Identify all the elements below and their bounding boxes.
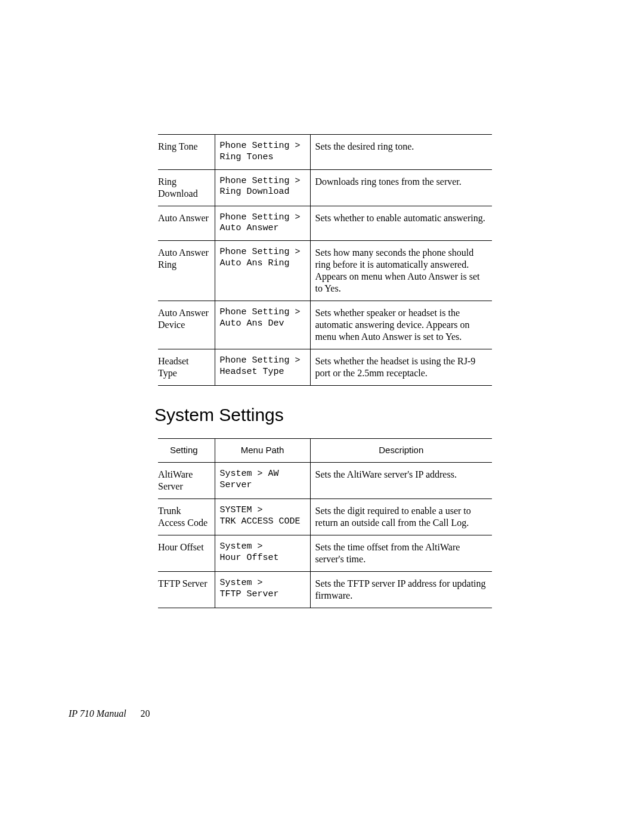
table-header-row: Setting Menu Path Description <box>158 439 492 463</box>
setting-cell: Auto Answer Ring <box>158 241 215 301</box>
table-row: Auto Answer Phone Setting > Auto Answer … <box>158 206 492 241</box>
path-cell: Phone Setting > Auto Answer <box>215 206 310 241</box>
path-cell: Phone Setting > Auto Ans Ring <box>215 241 310 301</box>
path-cell: Phone Setting > Auto Ans Dev <box>215 301 310 349</box>
setting-cell: Trunk Access Code <box>158 498 215 535</box>
desc-cell: Sets the desired ring tone. <box>310 135 492 170</box>
table-row: Auto Answer Ring Phone Setting > Auto An… <box>158 241 492 301</box>
desc-cell: Sets whether speaker or headset is the a… <box>310 301 492 349</box>
setting-cell: Ring Download <box>158 169 215 206</box>
table-row: Headset Type Phone Setting > Headset Typ… <box>158 349 492 386</box>
path-cell: Phone Setting > Headset Type <box>215 349 310 386</box>
setting-cell: TFTP Server <box>158 571 215 608</box>
page-footer: IP 710 Manual 20 <box>69 708 150 719</box>
path-cell: System > Hour Offset <box>215 535 310 571</box>
setting-cell: Auto Answer Device <box>158 301 215 349</box>
system-settings-table: Setting Menu Path Description AltiWare S… <box>158 438 492 608</box>
setting-cell: Ring Tone <box>158 135 215 170</box>
page-content: Ring Tone Phone Setting > Ring Tones Set… <box>158 134 492 608</box>
manual-title: IP 710 Manual <box>69 708 126 719</box>
path-cell: SYSTEM > TRK ACCESS CODE <box>215 498 310 535</box>
desc-cell: Sets how many seconds the phone should r… <box>310 241 492 301</box>
path-cell: System > TFTP Server <box>215 571 310 608</box>
setting-cell: Hour Offset <box>158 535 215 571</box>
table-row: Auto Answer Device Phone Setting > Auto … <box>158 301 492 349</box>
header-path: Menu Path <box>215 439 310 463</box>
setting-cell: Headset Type <box>158 349 215 386</box>
table-row: TFTP Server System > TFTP Server Sets th… <box>158 571 492 608</box>
desc-cell: Sets the AltiWare server's IP address. <box>310 462 492 498</box>
path-cell: System > AW Server <box>215 462 310 498</box>
desc-cell: Sets the digit required to enable a user… <box>310 498 492 535</box>
setting-cell: AltiWare Server <box>158 462 215 498</box>
page-number: 20 <box>141 708 150 719</box>
path-cell: Phone Setting > Ring Download <box>215 169 310 206</box>
desc-cell: Sets whether to enable automatic answeri… <box>310 206 492 241</box>
desc-cell: Downloads ring tones from the server. <box>310 169 492 206</box>
table-row: Ring Tone Phone Setting > Ring Tones Set… <box>158 135 492 170</box>
header-setting: Setting <box>158 439 215 463</box>
desc-cell: Sets the TFTP server IP address for upda… <box>310 571 492 608</box>
table-row: Hour Offset System > Hour Offset Sets th… <box>158 535 492 571</box>
setting-cell: Auto Answer <box>158 206 215 241</box>
phone-settings-table: Ring Tone Phone Setting > Ring Tones Set… <box>158 134 492 386</box>
table-row: AltiWare Server System > AW Server Sets … <box>158 462 492 498</box>
section-heading: System Settings <box>154 405 492 425</box>
desc-cell: Sets the time offset from the AltiWare s… <box>310 535 492 571</box>
path-cell: Phone Setting > Ring Tones <box>215 135 310 170</box>
header-desc: Description <box>310 439 492 463</box>
table-row: Ring Download Phone Setting > Ring Downl… <box>158 169 492 206</box>
desc-cell: Sets whether the headset is using the RJ… <box>310 349 492 386</box>
table-row: Trunk Access Code SYSTEM > TRK ACCESS CO… <box>158 498 492 535</box>
